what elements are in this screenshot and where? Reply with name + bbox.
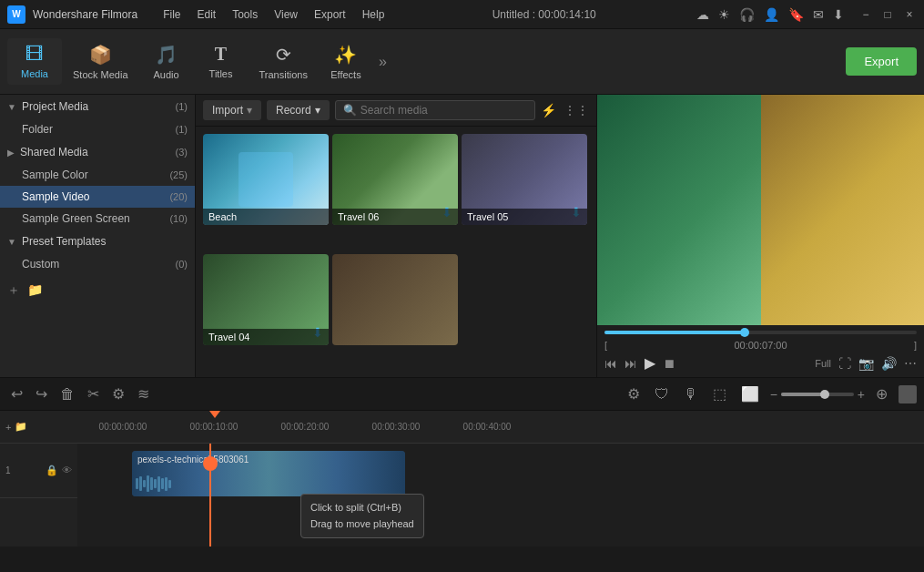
snapshot-button[interactable]: 📷 bbox=[858, 356, 874, 371]
cloud-icon[interactable]: ☁ bbox=[696, 7, 709, 22]
preview-progress-handle[interactable] bbox=[740, 328, 749, 337]
preview-timecode: 00:00:07:00 bbox=[734, 340, 787, 351]
timeline-clip[interactable]: pexels-c-technical-5803061 bbox=[132, 451, 405, 496]
sidebar-item-sample-video[interactable]: Sample Video (20) bbox=[0, 186, 195, 208]
toolbar-more-button[interactable]: » bbox=[373, 48, 392, 76]
sample-color-label: Sample Color bbox=[22, 169, 169, 181]
folder-icon[interactable]: 📁 bbox=[27, 282, 43, 299]
timeline-main: + 📁 1 🔒 👁 00:00:00:00 00:00:10:00 00:00:… bbox=[0, 411, 924, 546]
user-icon[interactable]: 👤 bbox=[764, 7, 779, 22]
toolbar-stock-media[interactable]: 📦 Stock Media bbox=[62, 38, 139, 86]
filter-icon[interactable]: ⚡ bbox=[541, 103, 556, 117]
media-thumb-travel06[interactable]: ⬇ Travel 06 bbox=[332, 134, 458, 225]
tooltip-line2: Drag to move playhead bbox=[310, 516, 414, 533]
add-track-icon[interactable]: + bbox=[5, 422, 11, 433]
media-thumb-beach[interactable]: Beach bbox=[203, 134, 329, 225]
stock-media-icon: 📦 bbox=[89, 44, 112, 66]
preview-progress-bar[interactable] bbox=[604, 331, 917, 334]
headphone-icon[interactable]: 🎧 bbox=[739, 7, 755, 22]
split-button[interactable]: ⬚ bbox=[709, 383, 730, 404]
timeline: ↩ ↪ 🗑 ✂ ⚙ ≋ ⚙ 🛡 🎙 ⬚ ⬜ − + ⊕ bbox=[0, 377, 924, 546]
bookmark-icon[interactable]: 🔖 bbox=[788, 7, 804, 22]
settings-button[interactable]: ⚙ bbox=[108, 383, 128, 404]
delete-button[interactable]: 🗑 bbox=[56, 384, 78, 404]
sidebar-item-sample-color[interactable]: Sample Color (25) bbox=[0, 164, 195, 186]
sidebar-item-folder[interactable]: Folder (1) bbox=[0, 118, 195, 140]
media-thumb-partial[interactable] bbox=[332, 254, 458, 345]
stop-button[interactable]: ⏹ bbox=[663, 356, 675, 371]
ruler-mark-1: 00:00:10:00 bbox=[168, 422, 259, 432]
menu-export[interactable]: Export bbox=[307, 6, 353, 23]
main-content-row: ▼ Project Media (1) Folder (1) ▶ Shared … bbox=[0, 95, 924, 377]
sidebar-project-media-header[interactable]: ▼ Project Media (1) bbox=[0, 95, 195, 118]
menu-bar: File Edit Tools View Export Help bbox=[156, 6, 391, 23]
sidebar-item-custom[interactable]: Custom (0) bbox=[0, 253, 195, 275]
export-button[interactable]: Export bbox=[846, 47, 917, 76]
menu-tools[interactable]: Tools bbox=[225, 6, 265, 23]
download-icon[interactable]: ⬇ bbox=[833, 7, 844, 22]
mail-icon[interactable]: ✉ bbox=[813, 7, 824, 22]
timeline-add-track-row: + 📁 bbox=[0, 411, 77, 444]
toolbar-audio[interactable]: 🎵 Audio bbox=[139, 38, 194, 86]
sidebar-item-sample-green[interactable]: Sample Green Screen (10) bbox=[0, 208, 195, 230]
search-bar[interactable]: 🔍 bbox=[335, 100, 535, 120]
track-area: pexels-c-technical-5803061 bbox=[77, 444, 924, 546]
more-options-button[interactable]: ⋯ bbox=[904, 356, 917, 371]
sidebar-preset-header[interactable]: ▼ Preset Templates bbox=[0, 230, 195, 253]
toolbar-stock-label: Stock Media bbox=[73, 69, 128, 80]
toolbar-transitions[interactable]: ⟳ Transitions bbox=[249, 38, 319, 86]
menu-help[interactable]: Help bbox=[355, 6, 392, 23]
snap-button[interactable]: ⚙ bbox=[624, 383, 644, 404]
add-track-button[interactable]: ⊕ bbox=[872, 383, 891, 404]
mic-button[interactable]: 🎙 bbox=[680, 384, 702, 404]
sidebar-bottom-actions: ＋ 📁 bbox=[0, 275, 195, 306]
sidebar-section-preset-templates: ▼ Preset Templates Custom (0) bbox=[0, 230, 195, 275]
playhead-ruler-triangle bbox=[209, 411, 220, 418]
cut-button[interactable]: ✂ bbox=[84, 383, 103, 404]
undo-button[interactable]: ↩ bbox=[7, 383, 26, 404]
toolbar-effects[interactable]: ✨ Effects bbox=[319, 38, 373, 86]
add-icon[interactable]: ＋ bbox=[7, 282, 20, 299]
minimize-button[interactable]: − bbox=[858, 7, 873, 22]
timeline-toolbar: ↩ ↪ 🗑 ✂ ⚙ ≋ ⚙ 🛡 🎙 ⬚ ⬜ − + ⊕ bbox=[0, 378, 924, 411]
folder-label: Folder bbox=[22, 123, 176, 136]
import-button[interactable]: Import ▾ bbox=[203, 100, 261, 120]
step-back-button[interactable]: ⏮ bbox=[604, 356, 617, 371]
grid-icon[interactable]: ⋮⋮ bbox=[564, 103, 589, 117]
volume-button[interactable]: 🔊 bbox=[881, 356, 897, 371]
folder-track-icon[interactable]: 📁 bbox=[15, 421, 27, 433]
sidebar-shared-media-header[interactable]: ▶ Shared Media (3) bbox=[0, 140, 195, 164]
maximize-button[interactable]: □ bbox=[880, 7, 895, 22]
menu-file[interactable]: File bbox=[156, 6, 188, 23]
toolbar-titles[interactable]: T Titles bbox=[194, 38, 249, 85]
fullscreen-button[interactable]: ⛶ bbox=[838, 356, 851, 371]
media-icon: 🎞 bbox=[25, 44, 44, 65]
play-button[interactable]: ▶ bbox=[645, 354, 655, 372]
preview-time-row: [ 00:00:07:00 ] bbox=[604, 340, 917, 351]
zoom-in-button[interactable]: + bbox=[858, 387, 865, 402]
shield-button[interactable]: 🛡 bbox=[651, 384, 673, 404]
import-dropdown-arrow: ▾ bbox=[247, 104, 252, 117]
sun-icon[interactable]: ☀ bbox=[718, 7, 730, 22]
search-input[interactable] bbox=[360, 104, 527, 117]
track-lock-icon[interactable]: 🔒 bbox=[46, 465, 58, 476]
menu-edit[interactable]: Edit bbox=[190, 6, 224, 23]
toolbar-media[interactable]: 🎞 Media bbox=[7, 38, 62, 85]
redo-button[interactable]: ↪ bbox=[32, 383, 51, 404]
toolbar-media-label: Media bbox=[21, 68, 48, 79]
playhead-circle[interactable] bbox=[203, 456, 218, 471]
record-label: Record bbox=[276, 104, 311, 117]
menu-view[interactable]: View bbox=[267, 6, 305, 23]
media-thumb-travel05[interactable]: ⬇ Travel 05 bbox=[462, 134, 587, 225]
ruler-mark-0: 00:00:00:00 bbox=[77, 422, 168, 432]
zoom-out-button[interactable]: − bbox=[770, 387, 777, 402]
media-thumb-travel04[interactable]: ⬇ Travel 04 bbox=[203, 254, 329, 345]
window-title: Untitled : 00:00:14:10 bbox=[399, 8, 689, 21]
pip-button[interactable]: ⬜ bbox=[737, 383, 763, 404]
record-button[interactable]: Record ▾ bbox=[267, 100, 330, 120]
track-icons: 🔒 👁 bbox=[46, 465, 72, 476]
audio-button[interactable]: ≋ bbox=[134, 383, 153, 404]
close-button[interactable]: × bbox=[902, 7, 917, 22]
frame-back-button[interactable]: ⏭ bbox=[624, 356, 637, 371]
track-visibility-icon[interactable]: 👁 bbox=[62, 465, 72, 476]
